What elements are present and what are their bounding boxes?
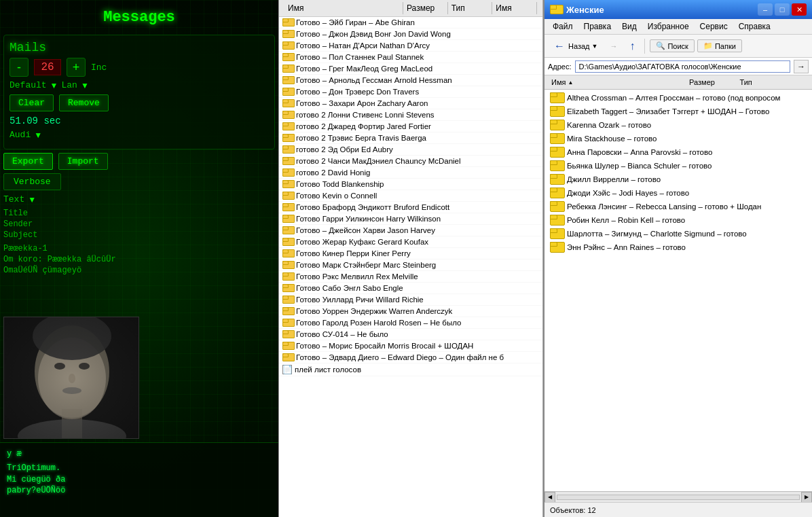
menu-item-вид[interactable]: Вид	[616, 20, 642, 33]
maximize-button[interactable]: □	[775, 3, 790, 16]
list-item[interactable]: готово 2 David Honig	[279, 167, 542, 179]
forward-button[interactable]: →	[605, 37, 622, 55]
menu-item-справка[interactable]: Справка	[733, 20, 776, 33]
list-item[interactable]: Готово – Морис Бросайл Morris Brocail + …	[279, 340, 542, 352]
explorer-item[interactable]: Энн Рэйнс – Ann Raines – готово	[545, 240, 812, 254]
explorer-item[interactable]: Althea Crossman – Алтея Гроссман – готов…	[545, 91, 812, 105]
explorer-item[interactable]: Шарлотта – Зигмунд – Charlotte Sigmund –…	[545, 227, 812, 240]
sender-field-label: Sender	[3, 219, 275, 229]
audio-dropdown-icon[interactable]: ▼	[34, 130, 42, 140]
default-label: Default	[10, 80, 47, 90]
up-button[interactable]: ↑	[625, 37, 640, 55]
file-list: Готово – Эйб Гиран – Abe GhiranГотово – …	[279, 17, 542, 517]
list-item[interactable]: Готово – Эдвард Диего – Edward Diego – О…	[279, 352, 542, 363]
explorer-item[interactable]: Бьянка Шулер – Bianca Schuler – готово	[545, 159, 812, 173]
list-item[interactable]: Готово Гаролд Розен Harold Rosen – Не бы…	[279, 317, 542, 329]
explorer-item[interactable]: Джоди Хэйс – Jodi Hayes – готово	[545, 186, 812, 200]
clear-button[interactable]: Clear	[10, 94, 54, 111]
menu-item-сервис[interactable]: Сервис	[695, 20, 733, 33]
list-item[interactable]: готово 2 Трэвис Берга Travis Baerga	[279, 132, 542, 144]
scroll-right-button[interactable]: ▶	[801, 492, 812, 503]
from-text: Om koro: Pæœekka âÜcûÜr	[3, 255, 275, 264]
list-item[interactable]: готово 2 Эд Обри Ed Aubry	[279, 144, 542, 156]
export-button[interactable]: Export	[3, 153, 53, 170]
list-item[interactable]: Готово Жерар Куфакс Gerard Koufax	[279, 236, 542, 248]
menu-item-файл[interactable]: Файл	[547, 20, 578, 33]
scroll-left-button[interactable]: ◀	[545, 492, 555, 503]
verbose-button[interactable]: Verbose	[3, 173, 61, 190]
explorer-item[interactable]: Робин Келл – Robin Kell – готово	[545, 213, 812, 227]
menu-item-избранное[interactable]: Избранное	[642, 20, 695, 33]
search-button[interactable]: 🔍 Поиск	[650, 39, 694, 52]
list-item[interactable]: готово 2 Лонни Стивенс Lonni Stevens	[279, 109, 542, 121]
toolbar-separator-1	[644, 39, 645, 54]
plus-button[interactable]: +	[67, 58, 86, 77]
list-item[interactable]: Готово Брафорд Эндикотт Bruford Endicott	[279, 202, 542, 213]
list-item[interactable]: Готово – Дон Трэверс Don Travers	[279, 86, 542, 98]
list-item[interactable]: Готово – Захари Арон Zachary Aaron	[279, 98, 542, 109]
list-item[interactable]: готово 2 Чанси МакДэниел Chauncy McDanie…	[279, 156, 542, 167]
list-item[interactable]: готово 2 Джаред Фортир Jared Fortier	[279, 121, 542, 132]
list-item[interactable]: Готово Кинер Перри Kiner Perry	[279, 248, 542, 260]
terminal-line-1: y æ	[7, 448, 272, 460]
horizontal-scrollbar[interactable]: ◀ ▶	[545, 491, 812, 502]
list-item[interactable]: Готово Рэкс Мелвилл Rex Melville	[279, 271, 542, 283]
list-item[interactable]: Готово Гарри Уилкинсон Harry Wilkinson	[279, 213, 542, 225]
scroll-track[interactable]	[557, 495, 800, 500]
menu-item-правка[interactable]: Правка	[578, 20, 617, 33]
minus-button[interactable]: -	[10, 58, 29, 77]
dropdown-arrow-icon[interactable]: ▼	[50, 81, 58, 90]
col-other-header[interactable]: Имя	[492, 2, 537, 14]
address-go-button[interactable]: →	[794, 60, 809, 73]
explorer-item[interactable]: Джилл Виррелли – готово	[545, 173, 812, 186]
col-type-header[interactable]: Тип	[448, 2, 493, 14]
lang-dropdown-arrow-icon[interactable]: ▼	[81, 81, 89, 90]
explorer-title: Женские	[550, 5, 604, 15]
list-item[interactable]: Готово – Джейсон Харви Jason Harvey	[279, 225, 542, 236]
folders-button[interactable]: 📁 Папки	[697, 39, 742, 52]
list-item[interactable]: Готово СУ-014 – Не было	[279, 329, 542, 340]
list-item[interactable]: Готово Марк Стэйнберг Marc Steinberg	[279, 260, 542, 271]
back-button[interactable]: ← Назад ▼	[548, 37, 602, 55]
timer-display: 51.09 sec	[10, 115, 269, 126]
list-item[interactable]: Готово Todd Blankenship	[279, 179, 542, 190]
size-col-header[interactable]: Размер	[686, 77, 736, 88]
list-item[interactable]: Готово Сабо Энгл Sabo Engle	[279, 283, 542, 294]
list-item[interactable]: Готово Уоррен Эндержик Warren Anderczyk	[279, 306, 542, 317]
explorer-item[interactable]: Ребекка Лэнсинг – Rebecca Lansing – гото…	[545, 200, 812, 213]
text-dropdown-icon[interactable]: ▼	[28, 195, 36, 204]
list-item[interactable]: Готово – Арнольд Гессман Arnold Hessman	[279, 75, 542, 86]
list-item[interactable]: Готово – Эйб Гиран – Abe Ghiran	[279, 17, 542, 29]
back-dropdown-icon[interactable]: ▼	[592, 43, 598, 50]
folders-icon: 📁	[703, 41, 713, 50]
folder-icon	[282, 134, 293, 142]
close-button[interactable]: ✕	[792, 3, 807, 16]
explorer-item[interactable]: Анна Паровски – Anna Parovski – готово	[545, 145, 812, 159]
list-item[interactable]: Готово – Пол Станнек Paul Stannek	[279, 52, 542, 63]
import-button[interactable]: Import	[58, 153, 108, 170]
list-item[interactable]: Готово – Джон Дэвид Вонг Jon David Wong	[279, 29, 542, 40]
list-item[interactable]: Готово Уиллард Ричи Willard Richie	[279, 294, 542, 306]
bottom-terminal: y æ TriOptimum. Mi cüegüö ða pabry?eÜÖÑö…	[0, 442, 278, 517]
back-icon: ←	[553, 39, 566, 53]
col-name-header[interactable]: Имя	[284, 2, 403, 14]
address-input[interactable]	[575, 60, 790, 73]
list-item[interactable]: Готово Kevin o Connell	[279, 190, 542, 202]
folder-icon	[282, 203, 293, 211]
explorer-item[interactable]: Mira Stackhouse – готово	[545, 132, 812, 145]
search-icon: 🔍	[656, 41, 665, 50]
remove-button[interactable]: Remove	[59, 94, 109, 111]
middle-column-headers: Имя Размер Тип Имя	[279, 0, 542, 17]
col-size-header[interactable]: Размер	[403, 2, 448, 14]
explorer-scroll-container: Althea Crossman – Алтея Гроссман – готов…	[545, 90, 812, 502]
list-item[interactable]: Готово – Натан Д'Арси Nathan D'Arcy	[279, 40, 542, 52]
folder-icon	[282, 296, 293, 304]
list-item[interactable]: Готово – Грег МакЛеод Greg MacLeod	[279, 63, 542, 75]
explorer-item[interactable]: Elizabeth Taggert – Элизабет Тэггерт + Ш…	[545, 105, 812, 118]
name-col-header[interactable]: Имя ▲	[548, 77, 686, 88]
explorer-item[interactable]: Karenna Ozark – готово	[545, 118, 812, 132]
type-col-header[interactable]: Тип	[736, 77, 809, 88]
list-item[interactable]: 📄плей лист голосов	[279, 363, 542, 376]
minimize-button[interactable]: –	[758, 3, 773, 16]
folder-icon	[282, 192, 293, 200]
